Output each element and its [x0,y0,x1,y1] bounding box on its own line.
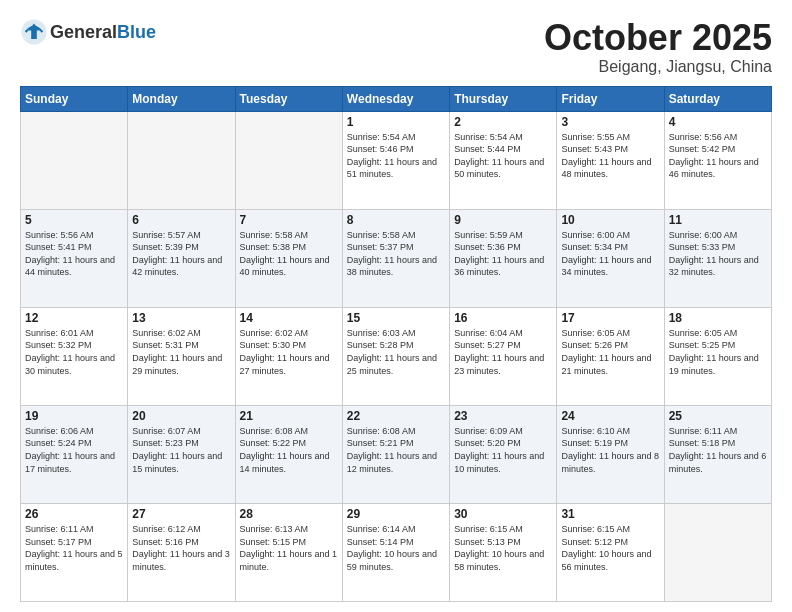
day-number: 21 [240,409,338,423]
sunset-text: Sunset: 5:22 PM [240,438,307,448]
calendar-cell: 12Sunrise: 6:01 AMSunset: 5:32 PMDayligh… [21,307,128,405]
day-number: 2 [454,115,552,129]
sunrise-text: Sunrise: 6:00 AM [561,230,630,240]
daylight-text: Daylight: 11 hours and 38 minutes. [347,255,437,278]
header: GeneralBlue October 2025 Beigang, Jiangs… [20,18,772,76]
sunset-text: Sunset: 5:16 PM [132,537,199,547]
sunset-text: Sunset: 5:43 PM [561,144,628,154]
daylight-text: Daylight: 11 hours and 21 minutes. [561,353,651,376]
day-info: Sunrise: 6:08 AMSunset: 5:21 PMDaylight:… [347,425,445,475]
sunrise-text: Sunrise: 6:14 AM [347,524,416,534]
daylight-text: Daylight: 11 hours and 50 minutes. [454,157,544,180]
day-number: 16 [454,311,552,325]
calendar-cell: 14Sunrise: 6:02 AMSunset: 5:30 PMDayligh… [235,307,342,405]
day-info: Sunrise: 6:05 AMSunset: 5:25 PMDaylight:… [669,327,767,377]
day-number: 8 [347,213,445,227]
calendar-cell: 20Sunrise: 6:07 AMSunset: 5:23 PMDayligh… [128,405,235,503]
calendar-cell: 9Sunrise: 5:59 AMSunset: 5:36 PMDaylight… [450,209,557,307]
day-info: Sunrise: 6:06 AMSunset: 5:24 PMDaylight:… [25,425,123,475]
sunrise-text: Sunrise: 6:05 AM [561,328,630,338]
sunset-text: Sunset: 5:32 PM [25,340,92,350]
sunset-text: Sunset: 5:46 PM [347,144,414,154]
day-info: Sunrise: 6:08 AMSunset: 5:22 PMDaylight:… [240,425,338,475]
calendar-cell: 30Sunrise: 6:15 AMSunset: 5:13 PMDayligh… [450,503,557,601]
sunrise-text: Sunrise: 6:13 AM [240,524,309,534]
sunset-text: Sunset: 5:13 PM [454,537,521,547]
title-block: October 2025 Beigang, Jiangsu, China [544,18,772,76]
day-info: Sunrise: 5:57 AMSunset: 5:39 PMDaylight:… [132,229,230,279]
calendar-cell: 3Sunrise: 5:55 AMSunset: 5:43 PMDaylight… [557,111,664,209]
day-info: Sunrise: 6:11 AMSunset: 5:17 PMDaylight:… [25,523,123,573]
daylight-text: Daylight: 11 hours and 23 minutes. [454,353,544,376]
day-number: 6 [132,213,230,227]
sunset-text: Sunset: 5:44 PM [454,144,521,154]
sunset-text: Sunset: 5:28 PM [347,340,414,350]
logo-icon [20,18,48,46]
calendar-cell [235,111,342,209]
sunrise-text: Sunrise: 5:58 AM [347,230,416,240]
calendar-cell [664,503,771,601]
calendar-cell: 2Sunrise: 5:54 AMSunset: 5:44 PMDaylight… [450,111,557,209]
sunrise-text: Sunrise: 6:10 AM [561,426,630,436]
weekday-header-monday: Monday [128,86,235,111]
day-info: Sunrise: 6:00 AMSunset: 5:34 PMDaylight:… [561,229,659,279]
daylight-text: Daylight: 11 hours and 10 minutes. [454,451,544,474]
daylight-text: Daylight: 11 hours and 12 minutes. [347,451,437,474]
daylight-text: Daylight: 11 hours and 17 minutes. [25,451,115,474]
day-number: 13 [132,311,230,325]
day-info: Sunrise: 6:01 AMSunset: 5:32 PMDaylight:… [25,327,123,377]
day-number: 23 [454,409,552,423]
sunset-text: Sunset: 5:38 PM [240,242,307,252]
sunset-text: Sunset: 5:20 PM [454,438,521,448]
calendar-week-row: 1Sunrise: 5:54 AMSunset: 5:46 PMDaylight… [21,111,772,209]
sunset-text: Sunset: 5:34 PM [561,242,628,252]
daylight-text: Daylight: 11 hours and 5 minutes. [25,549,123,572]
day-info: Sunrise: 6:14 AMSunset: 5:14 PMDaylight:… [347,523,445,573]
calendar-cell: 28Sunrise: 6:13 AMSunset: 5:15 PMDayligh… [235,503,342,601]
calendar-cell: 31Sunrise: 6:15 AMSunset: 5:12 PMDayligh… [557,503,664,601]
calendar-cell: 1Sunrise: 5:54 AMSunset: 5:46 PMDaylight… [342,111,449,209]
calendar-week-row: 26Sunrise: 6:11 AMSunset: 5:17 PMDayligh… [21,503,772,601]
calendar-subtitle: Beigang, Jiangsu, China [544,58,772,76]
sunrise-text: Sunrise: 6:09 AM [454,426,523,436]
logo-general-text: General [50,22,117,42]
day-number: 9 [454,213,552,227]
day-number: 4 [669,115,767,129]
day-number: 5 [25,213,123,227]
sunset-text: Sunset: 5:41 PM [25,242,92,252]
daylight-text: Daylight: 11 hours and 46 minutes. [669,157,759,180]
day-number: 26 [25,507,123,521]
sunset-text: Sunset: 5:19 PM [561,438,628,448]
day-info: Sunrise: 5:59 AMSunset: 5:36 PMDaylight:… [454,229,552,279]
calendar-cell: 5Sunrise: 5:56 AMSunset: 5:41 PMDaylight… [21,209,128,307]
sunrise-text: Sunrise: 6:07 AM [132,426,201,436]
calendar-cell: 19Sunrise: 6:06 AMSunset: 5:24 PMDayligh… [21,405,128,503]
calendar-cell: 23Sunrise: 6:09 AMSunset: 5:20 PMDayligh… [450,405,557,503]
calendar-cell [128,111,235,209]
sunrise-text: Sunrise: 5:59 AM [454,230,523,240]
sunrise-text: Sunrise: 6:06 AM [25,426,94,436]
logo: GeneralBlue [20,18,156,46]
sunset-text: Sunset: 5:21 PM [347,438,414,448]
daylight-text: Daylight: 11 hours and 14 minutes. [240,451,330,474]
day-number: 24 [561,409,659,423]
day-number: 25 [669,409,767,423]
calendar-cell: 29Sunrise: 6:14 AMSunset: 5:14 PMDayligh… [342,503,449,601]
day-number: 11 [669,213,767,227]
calendar-cell: 17Sunrise: 6:05 AMSunset: 5:26 PMDayligh… [557,307,664,405]
day-info: Sunrise: 5:58 AMSunset: 5:38 PMDaylight:… [240,229,338,279]
day-number: 20 [132,409,230,423]
sunrise-text: Sunrise: 6:05 AM [669,328,738,338]
daylight-text: Daylight: 11 hours and 30 minutes. [25,353,115,376]
daylight-text: Daylight: 11 hours and 15 minutes. [132,451,222,474]
sunset-text: Sunset: 5:26 PM [561,340,628,350]
calendar-cell: 15Sunrise: 6:03 AMSunset: 5:28 PMDayligh… [342,307,449,405]
sunrise-text: Sunrise: 6:08 AM [240,426,309,436]
sunset-text: Sunset: 5:30 PM [240,340,307,350]
sunset-text: Sunset: 5:18 PM [669,438,736,448]
day-info: Sunrise: 5:54 AMSunset: 5:44 PMDaylight:… [454,131,552,181]
sunrise-text: Sunrise: 6:02 AM [240,328,309,338]
sunset-text: Sunset: 5:25 PM [669,340,736,350]
sunrise-text: Sunrise: 5:54 AM [454,132,523,142]
sunrise-text: Sunrise: 6:15 AM [561,524,630,534]
